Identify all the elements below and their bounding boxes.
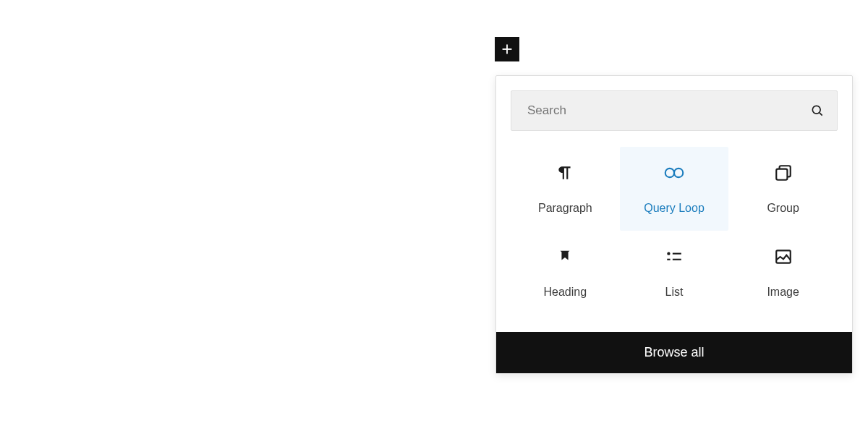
- search-container: [496, 76, 852, 138]
- search-box: [511, 90, 838, 131]
- heading-icon: [555, 247, 575, 267]
- search-icon: [810, 103, 825, 118]
- list-icon: [664, 247, 684, 267]
- svg-rect-8: [673, 259, 681, 260]
- svg-rect-7: [667, 259, 670, 260]
- block-label: Paragraph: [538, 202, 592, 215]
- block-item-paragraph[interactable]: Paragraph: [511, 147, 620, 231]
- group-icon: [773, 163, 793, 183]
- svg-rect-4: [776, 169, 787, 180]
- browse-all-button[interactable]: Browse all: [496, 332, 852, 373]
- block-label: Group: [767, 202, 799, 215]
- block-label: Query Loop: [644, 202, 705, 215]
- loop-icon: [664, 163, 684, 183]
- block-label: List: [665, 286, 684, 299]
- svg-line-3: [820, 113, 822, 116]
- block-item-query-loop[interactable]: Query Loop: [620, 147, 729, 231]
- search-input[interactable]: [527, 103, 810, 118]
- block-label: Image: [767, 286, 799, 299]
- block-item-group[interactable]: Group: [728, 147, 838, 231]
- plus-icon: [499, 41, 515, 57]
- paragraph-icon: [555, 163, 575, 183]
- image-icon: [773, 247, 793, 267]
- block-label: Heading: [544, 286, 587, 299]
- block-inserter-popover: Paragraph Query Loop Group: [495, 75, 853, 374]
- svg-point-5: [667, 252, 670, 255]
- block-item-heading[interactable]: Heading: [511, 231, 620, 315]
- block-item-image[interactable]: Image: [728, 231, 838, 315]
- blocks-grid: Paragraph Query Loop Group: [496, 138, 852, 332]
- add-block-button[interactable]: [495, 37, 519, 61]
- block-item-list[interactable]: List: [620, 231, 729, 315]
- svg-rect-6: [673, 253, 681, 255]
- svg-point-2: [812, 106, 820, 114]
